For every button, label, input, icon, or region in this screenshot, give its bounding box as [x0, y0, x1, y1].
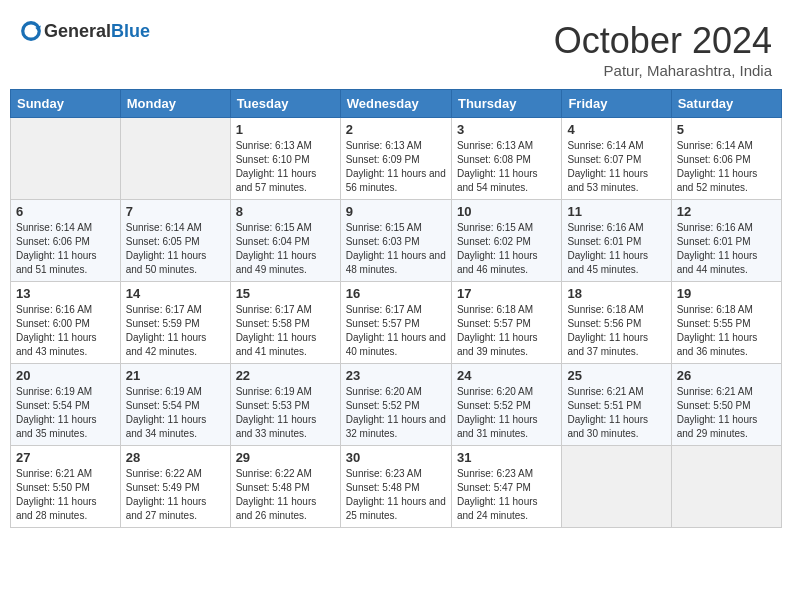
calendar-cell: 5Sunrise: 6:14 AM Sunset: 6:06 PM Daylig…: [671, 118, 781, 200]
calendar-cell: 10Sunrise: 6:15 AM Sunset: 6:02 PM Dayli…: [451, 200, 561, 282]
calendar-cell: 11Sunrise: 6:16 AM Sunset: 6:01 PM Dayli…: [562, 200, 671, 282]
calendar-cell: 2Sunrise: 6:13 AM Sunset: 6:09 PM Daylig…: [340, 118, 451, 200]
day-number: 19: [677, 286, 776, 301]
calendar-cell: 6Sunrise: 6:14 AM Sunset: 6:06 PM Daylig…: [11, 200, 121, 282]
calendar-cell: 17Sunrise: 6:18 AM Sunset: 5:57 PM Dayli…: [451, 282, 561, 364]
title-section: October 2024 Patur, Maharashtra, India: [554, 20, 772, 79]
calendar-cell: 22Sunrise: 6:19 AM Sunset: 5:53 PM Dayli…: [230, 364, 340, 446]
weekday-header-friday: Friday: [562, 90, 671, 118]
day-number: 10: [457, 204, 556, 219]
month-year-title: October 2024: [554, 20, 772, 62]
day-number: 25: [567, 368, 665, 383]
calendar-table: SundayMondayTuesdayWednesdayThursdayFrid…: [10, 89, 782, 528]
day-info: Sunrise: 6:19 AM Sunset: 5:54 PM Dayligh…: [126, 385, 225, 441]
day-number: 7: [126, 204, 225, 219]
day-number: 4: [567, 122, 665, 137]
day-number: 24: [457, 368, 556, 383]
day-info: Sunrise: 6:18 AM Sunset: 5:55 PM Dayligh…: [677, 303, 776, 359]
calendar-cell: 18Sunrise: 6:18 AM Sunset: 5:56 PM Dayli…: [562, 282, 671, 364]
calendar-cell: 31Sunrise: 6:23 AM Sunset: 5:47 PM Dayli…: [451, 446, 561, 528]
day-number: 5: [677, 122, 776, 137]
calendar-cell: 1Sunrise: 6:13 AM Sunset: 6:10 PM Daylig…: [230, 118, 340, 200]
day-info: Sunrise: 6:13 AM Sunset: 6:08 PM Dayligh…: [457, 139, 556, 195]
day-number: 9: [346, 204, 446, 219]
day-number: 11: [567, 204, 665, 219]
calendar-cell: 29Sunrise: 6:22 AM Sunset: 5:48 PM Dayli…: [230, 446, 340, 528]
calendar-cell: 14Sunrise: 6:17 AM Sunset: 5:59 PM Dayli…: [120, 282, 230, 364]
day-info: Sunrise: 6:17 AM Sunset: 5:58 PM Dayligh…: [236, 303, 335, 359]
day-number: 21: [126, 368, 225, 383]
day-info: Sunrise: 6:18 AM Sunset: 5:56 PM Dayligh…: [567, 303, 665, 359]
calendar-cell: [562, 446, 671, 528]
day-info: Sunrise: 6:22 AM Sunset: 5:49 PM Dayligh…: [126, 467, 225, 523]
day-info: Sunrise: 6:18 AM Sunset: 5:57 PM Dayligh…: [457, 303, 556, 359]
calendar-week-row: 1Sunrise: 6:13 AM Sunset: 6:10 PM Daylig…: [11, 118, 782, 200]
calendar-cell: 25Sunrise: 6:21 AM Sunset: 5:51 PM Dayli…: [562, 364, 671, 446]
weekday-header-sunday: Sunday: [11, 90, 121, 118]
calendar-cell: 19Sunrise: 6:18 AM Sunset: 5:55 PM Dayli…: [671, 282, 781, 364]
logo-blue-text: Blue: [111, 21, 150, 41]
day-number: 16: [346, 286, 446, 301]
day-number: 6: [16, 204, 115, 219]
day-number: 31: [457, 450, 556, 465]
day-number: 18: [567, 286, 665, 301]
day-info: Sunrise: 6:15 AM Sunset: 6:03 PM Dayligh…: [346, 221, 446, 277]
weekday-header-row: SundayMondayTuesdayWednesdayThursdayFrid…: [11, 90, 782, 118]
day-info: Sunrise: 6:16 AM Sunset: 6:01 PM Dayligh…: [677, 221, 776, 277]
day-info: Sunrise: 6:21 AM Sunset: 5:51 PM Dayligh…: [567, 385, 665, 441]
calendar-cell: 24Sunrise: 6:20 AM Sunset: 5:52 PM Dayli…: [451, 364, 561, 446]
day-info: Sunrise: 6:16 AM Sunset: 6:01 PM Dayligh…: [567, 221, 665, 277]
calendar-cell: 13Sunrise: 6:16 AM Sunset: 6:00 PM Dayli…: [11, 282, 121, 364]
weekday-header-wednesday: Wednesday: [340, 90, 451, 118]
calendar-cell: [671, 446, 781, 528]
day-number: 1: [236, 122, 335, 137]
day-number: 2: [346, 122, 446, 137]
calendar-cell: 15Sunrise: 6:17 AM Sunset: 5:58 PM Dayli…: [230, 282, 340, 364]
calendar-cell: 16Sunrise: 6:17 AM Sunset: 5:57 PM Dayli…: [340, 282, 451, 364]
day-info: Sunrise: 6:19 AM Sunset: 5:54 PM Dayligh…: [16, 385, 115, 441]
calendar-cell: [120, 118, 230, 200]
day-number: 8: [236, 204, 335, 219]
day-info: Sunrise: 6:20 AM Sunset: 5:52 PM Dayligh…: [457, 385, 556, 441]
calendar-week-row: 20Sunrise: 6:19 AM Sunset: 5:54 PM Dayli…: [11, 364, 782, 446]
calendar-cell: 9Sunrise: 6:15 AM Sunset: 6:03 PM Daylig…: [340, 200, 451, 282]
day-number: 22: [236, 368, 335, 383]
day-info: Sunrise: 6:20 AM Sunset: 5:52 PM Dayligh…: [346, 385, 446, 441]
calendar-cell: 12Sunrise: 6:16 AM Sunset: 6:01 PM Dayli…: [671, 200, 781, 282]
calendar-cell: 8Sunrise: 6:15 AM Sunset: 6:04 PM Daylig…: [230, 200, 340, 282]
day-number: 28: [126, 450, 225, 465]
day-number: 26: [677, 368, 776, 383]
weekday-header-tuesday: Tuesday: [230, 90, 340, 118]
logo-general-text: General: [44, 21, 111, 41]
logo: GeneralBlue: [20, 20, 150, 42]
day-info: Sunrise: 6:15 AM Sunset: 6:02 PM Dayligh…: [457, 221, 556, 277]
calendar-cell: 4Sunrise: 6:14 AM Sunset: 6:07 PM Daylig…: [562, 118, 671, 200]
day-info: Sunrise: 6:14 AM Sunset: 6:06 PM Dayligh…: [677, 139, 776, 195]
logo-icon: [20, 20, 42, 42]
calendar-week-row: 6Sunrise: 6:14 AM Sunset: 6:06 PM Daylig…: [11, 200, 782, 282]
calendar-cell: 26Sunrise: 6:21 AM Sunset: 5:50 PM Dayli…: [671, 364, 781, 446]
day-info: Sunrise: 6:15 AM Sunset: 6:04 PM Dayligh…: [236, 221, 335, 277]
day-number: 29: [236, 450, 335, 465]
calendar-cell: 21Sunrise: 6:19 AM Sunset: 5:54 PM Dayli…: [120, 364, 230, 446]
calendar-cell: 20Sunrise: 6:19 AM Sunset: 5:54 PM Dayli…: [11, 364, 121, 446]
day-number: 3: [457, 122, 556, 137]
calendar-cell: 28Sunrise: 6:22 AM Sunset: 5:49 PM Dayli…: [120, 446, 230, 528]
weekday-header-saturday: Saturday: [671, 90, 781, 118]
day-number: 15: [236, 286, 335, 301]
day-number: 30: [346, 450, 446, 465]
page-header: GeneralBlue October 2024 Patur, Maharash…: [10, 10, 782, 84]
day-number: 13: [16, 286, 115, 301]
svg-point-1: [24, 24, 37, 37]
day-info: Sunrise: 6:14 AM Sunset: 6:06 PM Dayligh…: [16, 221, 115, 277]
day-number: 20: [16, 368, 115, 383]
day-info: Sunrise: 6:19 AM Sunset: 5:53 PM Dayligh…: [236, 385, 335, 441]
day-number: 27: [16, 450, 115, 465]
day-info: Sunrise: 6:17 AM Sunset: 5:59 PM Dayligh…: [126, 303, 225, 359]
weekday-header-thursday: Thursday: [451, 90, 561, 118]
day-number: 12: [677, 204, 776, 219]
calendar-cell: 30Sunrise: 6:23 AM Sunset: 5:48 PM Dayli…: [340, 446, 451, 528]
day-number: 14: [126, 286, 225, 301]
day-info: Sunrise: 6:21 AM Sunset: 5:50 PM Dayligh…: [677, 385, 776, 441]
calendar-cell: 23Sunrise: 6:20 AM Sunset: 5:52 PM Dayli…: [340, 364, 451, 446]
